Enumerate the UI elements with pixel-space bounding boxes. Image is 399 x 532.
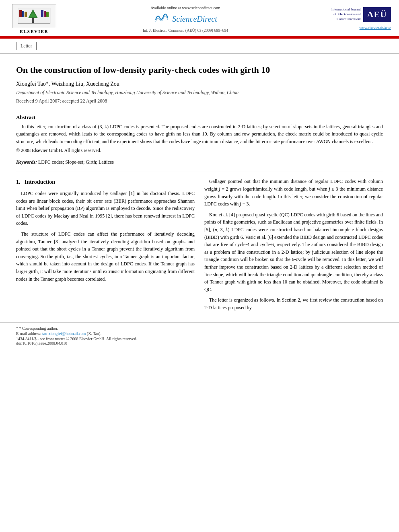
available-online-text: Available online at www.sciencedirect.co… <box>64 6 306 10</box>
elsevier-wordmark: ELSEVIER <box>20 29 49 34</box>
right-para-3: The letter is organized as follows. In S… <box>204 296 383 311</box>
header: ELSEVIER Available online at www.science… <box>0 0 399 37</box>
abstract-indent <box>16 124 22 129</box>
right-para-2: Kou et al. [4] proposed quasi-cyclic (QC… <box>204 211 383 294</box>
letter-badge: Letter <box>16 42 37 50</box>
elsevier-svg <box>16 6 52 26</box>
keywords-row: Keywords: LDPC codes; Slope-set; Girth; … <box>16 159 383 165</box>
aeu-title-line1: International Journal <box>331 7 362 11</box>
divider-below-abstract <box>16 171 383 171</box>
issn-line: 1434-8411/$ - see front matter © 2008 El… <box>16 337 383 341</box>
keywords-label: Keywords: <box>16 159 37 165</box>
elsevier-logo-box <box>12 4 56 28</box>
aeu-logo-area: International Journal of Electronics and… <box>311 7 391 31</box>
authors: Xiongfei Tao*, Weizhong Liu, Xuecheng Zo… <box>16 81 383 87</box>
journal-header-center: Available online at www.sciencedirect.co… <box>60 6 311 33</box>
letter-badge-row: Letter <box>0 39 399 54</box>
sciencedirect-logo: ScienceDirect <box>64 12 306 27</box>
footnote-star: * <box>16 326 18 331</box>
aeu-box: AEÜ <box>363 7 391 22</box>
email-suffix: (X. Tao). <box>87 331 101 336</box>
section-1-title: 1. Introduction <box>16 178 195 187</box>
copyright-notice: © 2008 Elsevier GmbH. All rights reserve… <box>16 148 383 154</box>
left-column: 1. Introduction LDPC codes were original… <box>16 178 195 314</box>
corresponding-author-text: * Corresponding author. <box>19 326 58 331</box>
journal-citation: Int. J. Electron. Commun. (AEÜ) 63 (2009… <box>64 28 306 33</box>
sd-wave-svg <box>154 12 170 24</box>
svg-rect-9 <box>46 12 49 17</box>
abstract-text: In this letter, construction of a class … <box>16 123 383 146</box>
two-column-body: 1. Introduction LDPC codes were original… <box>16 178 383 314</box>
elsevier-logo-area: ELSEVIER <box>8 4 60 34</box>
abstract-title: Abstract <box>16 114 383 121</box>
section-1-label: Introduction <box>25 179 55 185</box>
intro-para-1: LDPC codes were originally introduced by… <box>16 190 195 227</box>
main-content: On the construction of low-density parit… <box>0 54 399 322</box>
svg-rect-5 <box>22 11 24 17</box>
corresponding-author-note: * * Corresponding author. <box>16 326 383 331</box>
email-footnote: E-mail address: tao-xiongfei@hotmail.com… <box>16 331 383 336</box>
aeu-title-line2: of Electronics and <box>333 12 361 16</box>
sciencedirect-text: ScienceDirect <box>172 14 217 24</box>
elsevier-logo: ELSEVIER <box>8 4 60 34</box>
right-column: Gallager pointed out that the minimum di… <box>204 178 383 314</box>
received-date: Received 9 April 2007; accepted 22 April… <box>16 98 383 104</box>
paper-title: On the construction of low-density parit… <box>16 64 383 76</box>
aeu-website: www.elsevier.de/aeue <box>360 26 391 30</box>
svg-rect-8 <box>44 11 46 17</box>
right-para-1: Gallager pointed out that the minimum di… <box>204 178 383 207</box>
svg-rect-6 <box>25 12 27 17</box>
abstract-body: In this letter, construction of a class … <box>16 124 383 144</box>
aeu-logo: International Journal of Electronics and… <box>331 7 391 22</box>
email-address: tao-xiongfei@hotmail.com <box>42 331 86 336</box>
svg-rect-4 <box>19 10 22 17</box>
sd-wave-icon <box>154 12 170 27</box>
svg-rect-7 <box>41 10 43 17</box>
footer: * * Corresponding author. E-mail address… <box>0 322 399 349</box>
svg-rect-1 <box>32 18 34 23</box>
affiliation: Department of Electronic Science and Tec… <box>16 90 383 96</box>
keywords-values: LDPC codes; Slope-set; Girth; Lattices <box>38 159 114 165</box>
divider-above-abstract <box>16 110 383 110</box>
section-1-number: 1. <box>16 179 21 185</box>
intro-para-2: The structure of LDPC codes can affect t… <box>16 230 195 283</box>
abstract-section: Abstract In this letter, construction of… <box>16 114 383 154</box>
doi-line: doi:10.1016/j.aeue.2008.04.010 <box>16 341 383 345</box>
email-label: E-mail address: <box>16 331 41 336</box>
page: ELSEVIER Available online at www.science… <box>0 0 399 532</box>
aeu-title-line3: Communications <box>337 17 362 21</box>
